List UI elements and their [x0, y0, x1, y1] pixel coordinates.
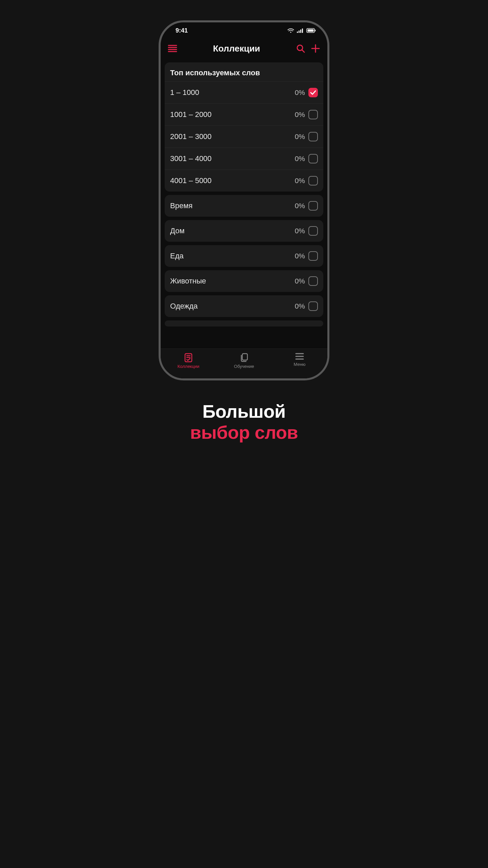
collection-label: Дом: [170, 226, 295, 235]
collection-label: 2001 – 3000: [170, 132, 295, 141]
collection-card-partial: [165, 320, 323, 327]
marketing-caption: Большой выбор слов: [190, 401, 298, 443]
tab-learning[interactable]: Обучение: [224, 352, 264, 369]
collection-label: 1001 – 2000: [170, 110, 295, 119]
collection-progress: 0%: [295, 177, 305, 185]
collection-label: Еда: [170, 252, 295, 260]
tab-collections[interactable]: Коллекции: [168, 352, 209, 369]
collection-row[interactable]: 2001 – 3000 0%: [165, 125, 323, 147]
menu-icon: [294, 352, 305, 360]
collection-row[interactable]: 1001 – 2000 0%: [165, 103, 323, 125]
svg-rect-6: [315, 30, 316, 32]
collection-row[interactable]: Время 0%: [165, 195, 323, 217]
collection-row[interactable]: 4001 – 5000 0%: [165, 170, 323, 192]
collection-label: Время: [170, 201, 295, 210]
collection-row[interactable]: Одежда 0%: [165, 295, 323, 317]
checkbox-icon[interactable]: [308, 176, 318, 185]
checkbox-icon[interactable]: [308, 88, 318, 97]
collection-card: Животные 0%: [165, 270, 323, 292]
checkbox-icon[interactable]: [308, 132, 318, 141]
tab-label: Меню: [293, 362, 305, 367]
hamburger-icon[interactable]: [167, 43, 178, 54]
collection-progress: 0%: [295, 155, 305, 163]
collection-progress: 0%: [295, 277, 305, 285]
collection-progress: 0%: [295, 133, 305, 141]
svg-rect-5: [308, 29, 314, 32]
caption-line1: Большой: [190, 401, 298, 422]
collection-progress: 0%: [295, 227, 305, 235]
collection-label: 3001 – 4000: [170, 154, 295, 163]
collection-label: 4001 – 5000: [170, 176, 295, 185]
collection-progress: 0%: [295, 252, 305, 260]
collection-row[interactable]: Дом 0%: [165, 220, 323, 242]
caption-line2: выбор слов: [190, 422, 298, 443]
checkbox-icon[interactable]: [308, 201, 318, 211]
svg-rect-2: [300, 29, 301, 33]
status-indicators: [287, 28, 316, 33]
svg-rect-3: [302, 28, 303, 33]
collections-icon: [183, 352, 194, 362]
checkbox-icon[interactable]: [308, 226, 318, 236]
collection-row[interactable]: 1 – 1000 0%: [165, 81, 323, 103]
collection-label: Животные: [170, 277, 295, 285]
collection-progress: 0%: [295, 202, 305, 210]
svg-line-12: [302, 50, 304, 52]
checkbox-icon[interactable]: [308, 110, 318, 119]
top-words-title: Топ используемых слов: [165, 62, 323, 81]
svg-rect-18: [242, 354, 247, 360]
collection-label: 1 – 1000: [170, 88, 295, 97]
battery-icon: [306, 28, 316, 33]
collection-progress: 0%: [295, 111, 305, 119]
app-header: Коллекции: [161, 39, 327, 58]
status-bar: 9:41: [161, 22, 327, 39]
top-words-card: Топ используемых слов 1 – 1000 0% 1001 –…: [165, 62, 323, 192]
collection-row[interactable]: 3001 – 4000 0%: [165, 147, 323, 170]
checkbox-icon[interactable]: [308, 154, 318, 163]
phone-screen: 9:41: [161, 22, 327, 378]
collection-label: Одежда: [170, 302, 295, 311]
collection-row[interactable]: Еда 0%: [165, 245, 323, 267]
tab-label: Коллекции: [178, 364, 200, 369]
phone-frame: 9:41: [159, 20, 329, 380]
svg-rect-1: [299, 31, 300, 33]
cellular-icon: [297, 28, 304, 33]
collection-card: Время 0%: [165, 195, 323, 217]
tab-label: Обучение: [234, 364, 254, 369]
tab-menu[interactable]: Меню: [279, 352, 320, 367]
status-time: 9:41: [176, 27, 188, 34]
checkbox-icon[interactable]: [308, 251, 318, 261]
collections-list: Топ используемых слов 1 – 1000 0% 1001 –…: [161, 58, 327, 349]
svg-rect-0: [297, 32, 298, 33]
collection-card: Дом 0%: [165, 220, 323, 242]
wifi-icon: [287, 28, 294, 33]
collection-row[interactable]: Животные 0%: [165, 270, 323, 292]
page-title: Коллекции: [182, 43, 291, 54]
checkbox-icon[interactable]: [308, 301, 318, 311]
plus-icon[interactable]: [310, 43, 321, 54]
search-icon[interactable]: [295, 43, 306, 54]
collection-progress: 0%: [295, 302, 305, 310]
collection-progress: 0%: [295, 88, 305, 97]
checkbox-icon[interactable]: [308, 276, 318, 286]
tab-bar: Коллекции Обучение: [161, 349, 327, 378]
cards-icon: [239, 352, 249, 362]
collection-card: Одежда 0%: [165, 295, 323, 317]
collection-card: Еда 0%: [165, 245, 323, 267]
